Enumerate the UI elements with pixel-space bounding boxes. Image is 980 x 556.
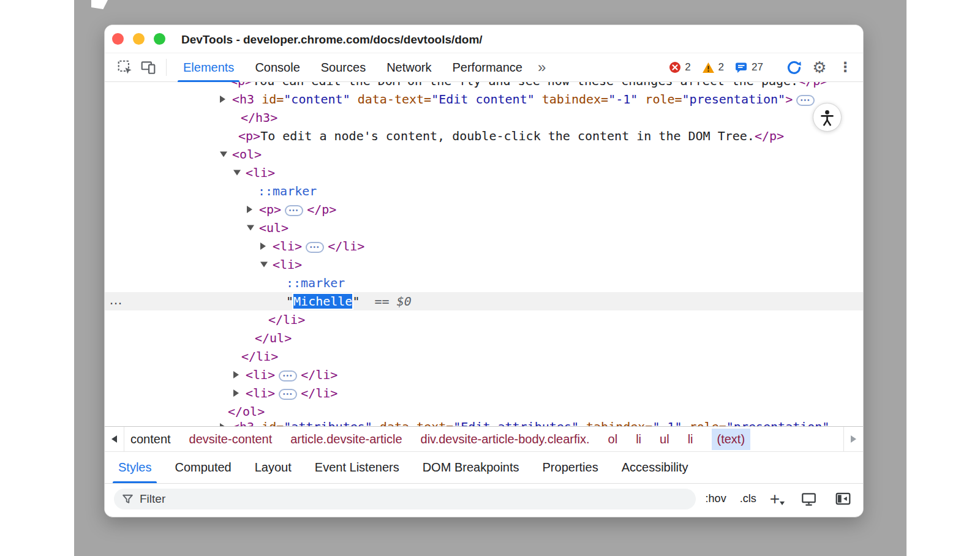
dom-tree-row[interactable]: ::marker	[105, 182, 863, 200]
window-title: DevTools - developer.chrome.com/docs/dev…	[181, 25, 483, 53]
accessibility-person-icon	[819, 109, 835, 126]
dom-tree-row[interactable]: <li>•••</li>	[105, 237, 863, 255]
new-style-rule-button[interactable]: +	[770, 492, 785, 506]
inline-ellipsis-button[interactable]: •••	[306, 242, 324, 253]
inspect-element-button[interactable]	[113, 56, 137, 78]
code-token: <h3	[232, 92, 254, 107]
dock-sidebar-button[interactable]	[832, 489, 853, 509]
tab-layout[interactable]: Layout	[243, 452, 303, 483]
tab-network[interactable]: Network	[376, 53, 442, 81]
tab-properties[interactable]: Properties	[531, 452, 610, 483]
breadcrumb-article-devsite-article[interactable]: article.devsite-article	[290, 432, 402, 446]
dom-tree-row[interactable]: <ul>	[105, 219, 863, 237]
inline-ellipsis-button[interactable]: •••	[285, 205, 303, 216]
tab-performance[interactable]: Performance	[442, 53, 533, 81]
dom-tree-row[interactable]: <p>You can edit the DOM on the fly and s…	[105, 82, 863, 90]
more-tabs-button[interactable]: »	[533, 59, 549, 76]
twisty-collapsed-icon[interactable]	[220, 96, 225, 103]
menu-button[interactable]: ⋮	[835, 57, 856, 78]
edited-text-selection[interactable]: Michelle	[293, 294, 352, 309]
code-token: </li>	[328, 239, 364, 254]
breadcrumb-ol[interactable]: ol	[608, 432, 618, 446]
dom-tree-row[interactable]: </ul>	[105, 329, 863, 347]
tab-computed[interactable]: Computed	[163, 452, 243, 483]
dom-tree-row[interactable]: <p>•••</p>	[105, 200, 863, 219]
dom-tree-line-content: <li>•••</li>	[105, 384, 863, 402]
dom-tree-row[interactable]: </h3>	[105, 108, 863, 127]
code-token: role=	[645, 92, 682, 107]
accessibility-overlay-button[interactable]	[813, 103, 842, 132]
twisty-collapsed-icon[interactable]	[247, 206, 252, 213]
dom-tree-line-content: <li>	[105, 255, 863, 274]
monitor-button[interactable]	[798, 489, 819, 509]
dom-tree-row[interactable]: <h3 id="content" data-text="Edit content…	[105, 90, 863, 108]
issues-badge[interactable]: 27	[732, 61, 766, 73]
twisty-expanded-icon[interactable]	[233, 170, 241, 176]
zoom-button[interactable]	[154, 33, 165, 45]
inline-ellipsis-button[interactable]: •••	[796, 95, 815, 106]
twisty-expanded-icon[interactable]	[220, 152, 227, 157]
breadcrumb-div-devsite-article-body-clearfix[interactable]: div.devsite-article-body.clearfix.	[421, 432, 590, 446]
breadcrumb-li[interactable]: li	[688, 432, 693, 446]
twisty-expanded-icon[interactable]	[247, 225, 254, 231]
code-token: </li>	[268, 312, 305, 327]
breadcrumb-scroll-right-button[interactable]	[843, 427, 863, 451]
issues-icon	[735, 62, 748, 73]
breadcrumb-scroll-left-button[interactable]	[105, 427, 124, 451]
device-toolbar-button[interactable]	[137, 56, 160, 78]
dom-tree-row[interactable]: <li>•••</li>	[105, 366, 863, 384]
kebab-icon: ⋮	[839, 61, 852, 74]
title-bar: DevTools - developer.chrome.com/docs/dev…	[105, 25, 863, 53]
breadcrumb-li[interactable]: li	[636, 432, 641, 446]
twisty-expanded-icon[interactable]	[260, 262, 268, 268]
twisty-collapsed-icon[interactable]	[233, 389, 239, 397]
code-token: </ul>	[255, 331, 292, 345]
dom-tree-row[interactable]: …"Michelle" == $0	[105, 292, 863, 310]
inline-ellipsis-button[interactable]: •••	[279, 389, 297, 400]
dom-tree-row[interactable]: <p>To edit a node's content, double-clic…	[105, 127, 863, 145]
code-token: "content"	[284, 92, 350, 107]
warning-badge[interactable]: 2	[699, 61, 727, 73]
tab-console[interactable]: Console	[244, 53, 310, 81]
dom-tree-row[interactable]: <li>	[105, 163, 863, 182]
settings-button[interactable]: ⚙	[809, 57, 830, 78]
dom-tree-row[interactable]: ::marker	[105, 274, 863, 292]
minimize-button[interactable]	[133, 33, 145, 45]
tab-styles[interactable]: Styles	[107, 452, 163, 483]
breadcrumb-content[interactable]: content	[130, 432, 171, 446]
dom-tree-line-content: </li>	[105, 310, 863, 329]
dom-tree-line-content: <ul>	[105, 219, 863, 237]
dom-tree-row[interactable]: <li>•••</li>	[105, 384, 863, 402]
dom-tree-row[interactable]: </li>	[105, 310, 863, 329]
error-badge[interactable]: 2	[666, 61, 693, 73]
breadcrumb-text[interactable]: (text)	[712, 429, 751, 450]
twisty-collapsed-icon[interactable]	[233, 371, 239, 378]
tab-elements[interactable]: Elements	[173, 53, 244, 81]
sync-button[interactable]	[783, 57, 804, 78]
toggle-classes-button[interactable]: .cls	[740, 492, 756, 505]
warning-icon	[702, 62, 715, 73]
tab-accessibility[interactable]: Accessibility	[610, 452, 700, 483]
inline-ellipsis-button[interactable]: •••	[279, 370, 297, 381]
breadcrumb-ul[interactable]: ul	[660, 432, 669, 446]
dom-tree-row[interactable]: <h3 id="attributes" data-text="Edit attr…	[105, 418, 863, 426]
code-token	[360, 294, 374, 309]
dom-tree-line-content: "Michelle" == $0	[105, 292, 863, 310]
close-button[interactable]	[112, 33, 124, 45]
tab-event-listeners[interactable]: Event Listeners	[303, 452, 411, 483]
breadcrumb-devsite-content[interactable]: devsite-content	[189, 432, 273, 446]
dom-tree-row[interactable]: </li>	[105, 347, 863, 366]
twisty-collapsed-icon[interactable]	[260, 242, 266, 250]
dom-tree-row[interactable]: <ol>	[105, 145, 863, 163]
styles-filter-input[interactable]: Filter	[114, 489, 696, 509]
code-token: <p>	[238, 129, 260, 143]
dom-tree-row[interactable]: <li>	[105, 255, 863, 274]
plus-icon: +	[770, 492, 780, 506]
tab-sources[interactable]: Sources	[311, 53, 376, 81]
dom-tree-line-content: <ol>	[105, 145, 863, 163]
inspect-cursor-icon	[117, 59, 133, 75]
code-token: </li>	[301, 386, 337, 400]
tab-dom-breakpoints[interactable]: DOM Breakpoints	[411, 452, 531, 483]
toggle-hover-state-button[interactable]: :hov	[706, 492, 726, 505]
code-token: ==	[375, 294, 397, 309]
